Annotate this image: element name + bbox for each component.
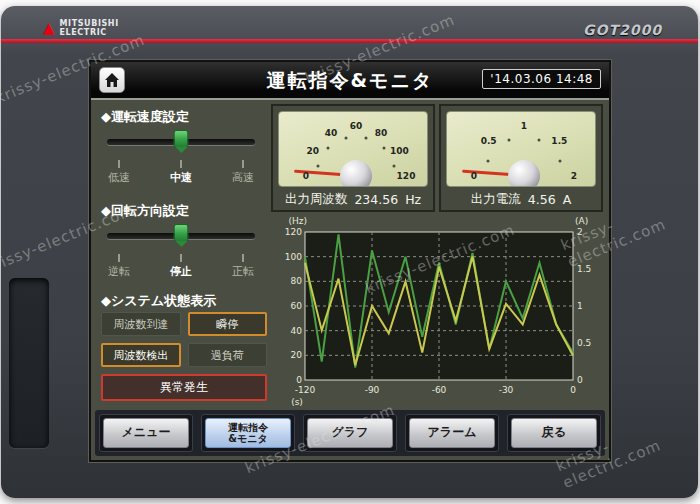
indicator-frequency-detect: 周波数検出 [101, 343, 181, 367]
svg-text:-60: -60 [432, 385, 447, 395]
meter-pivot [508, 160, 540, 187]
output-frequency-meter: 020406080100120 出力周波数 234.56 Hz [271, 104, 435, 212]
tick-mark [118, 160, 120, 168]
direction-option-reverse[interactable]: 逆転 [99, 254, 139, 279]
tick-mark [242, 160, 244, 168]
meter-caption: 出力電流 4.56 A [441, 189, 601, 209]
tick-mark [180, 160, 182, 168]
meter-scale-label: 80 [375, 128, 388, 138]
meter-tick [317, 164, 320, 167]
mitsubishi-logo: ▲ MITSUBISHI ELECTRIC [43, 19, 119, 37]
svg-text:0: 0 [570, 385, 576, 395]
meter-panel: 020406080100120 出力周波数 234.56 Hz 00.511.5… [271, 104, 603, 212]
nav-slot: 運転指令 &モニタ [201, 414, 295, 452]
svg-text:-30: -30 [499, 385, 514, 395]
svg-text:0.5: 0.5 [577, 338, 591, 348]
direction-section-heading: ◆回転方向設定 [101, 202, 189, 220]
maker-name-line2: ELECTRIC [60, 28, 119, 37]
tick-mark [180, 254, 182, 262]
meter-tick [382, 147, 385, 150]
bezel-red-stripe [1, 39, 698, 43]
speed-section-heading: ◆運転速度設定 [101, 108, 189, 126]
meter-value: 234.56 [354, 192, 398, 207]
meter-scale-label: 0 [471, 171, 477, 181]
meter-scale-label: 120 [397, 171, 416, 181]
output-current-meter: 00.511.52 出力電流 4.56 A [439, 104, 603, 212]
meter-tick [365, 137, 368, 140]
svg-text:(A): (A) [575, 216, 588, 226]
meter-scale-label: 100 [390, 146, 409, 156]
svg-text:-90: -90 [365, 385, 380, 395]
meter-scale-label: 2 [571, 171, 577, 181]
meter-value: 4.56 [528, 192, 556, 207]
meter-unit: Hz [405, 192, 421, 207]
nav-slot: 戻る [507, 414, 601, 452]
meter-unit: A [563, 192, 572, 207]
svg-text:0: 0 [296, 375, 302, 385]
direction-option-forward[interactable]: 正転 [223, 254, 263, 279]
speed-option-low[interactable]: 低速 [99, 160, 139, 185]
maker-name-line1: MITSUBISHI [60, 19, 119, 28]
menu-button[interactable]: メニュー [103, 418, 189, 448]
meter-label: 出力電流 [471, 191, 521, 208]
speed-option-high[interactable]: 高速 [223, 160, 263, 185]
speed-options: 低速 中速 高速 [99, 160, 263, 185]
meter-face: 020406080100120 [278, 111, 428, 187]
alarm-button[interactable]: アラーム [409, 418, 495, 448]
meter-label: 出力周波数 [285, 191, 348, 208]
svg-text:120: 120 [285, 227, 302, 237]
meter-face: 00.511.52 [446, 111, 596, 187]
svg-text:(Hz): (Hz) [288, 216, 307, 226]
svg-text:40: 40 [291, 326, 303, 336]
nav-slot: メニュー [99, 414, 193, 452]
meter-tick [392, 164, 395, 167]
meter-scale-label: 0 [303, 171, 309, 181]
indicator-overload: 過負荷 [188, 343, 268, 367]
meter-tick [327, 147, 330, 150]
status-section-heading: ◆システム状態表示 [101, 292, 216, 310]
meter-scale-label: 0.5 [481, 136, 497, 146]
operation-monitor-button[interactable]: 運転指令 &モニタ [205, 418, 291, 448]
svg-text:(s): (s) [291, 397, 303, 407]
meter-tick [508, 138, 511, 141]
titlebar-divider [91, 98, 609, 100]
meter-tick [486, 160, 489, 163]
hmi-device-bezel: ▲ MITSUBISHI ELECTRIC GOT2000 運転指令&モニタ '… [1, 6, 698, 498]
direction-options: 逆転 停止 正転 [99, 254, 263, 279]
status-indicator-grid: 周波数到達 瞬停 周波数検出 過負荷 異常発生 [101, 312, 267, 401]
direction-option-stop[interactable]: 停止 [161, 254, 201, 279]
svg-text:0: 0 [577, 375, 583, 385]
svg-text:1.5: 1.5 [577, 264, 591, 274]
meter-tick [537, 138, 540, 141]
svg-text:2: 2 [577, 227, 583, 237]
nav-slot: グラフ [303, 414, 397, 452]
tick-mark [242, 254, 244, 262]
speed-slider [107, 130, 255, 154]
nav-slot: アラーム [405, 414, 499, 452]
trend-chart-svg: -120-90-60-30002040608010012000.511.52(H… [271, 214, 603, 408]
indicator-frequency-reached: 周波数到達 [101, 312, 181, 336]
speed-option-mid[interactable]: 中速 [161, 160, 201, 185]
graph-button[interactable]: グラフ [307, 418, 393, 448]
svg-text:80: 80 [291, 276, 303, 286]
svg-text:1: 1 [577, 301, 583, 311]
meter-caption: 出力周波数 234.56 Hz [273, 189, 433, 209]
speed-slider-handle[interactable] [174, 130, 189, 148]
back-button[interactable]: 戻る [511, 418, 597, 448]
meter-scale-label: 1 [521, 121, 527, 131]
nav-button-row: メニュー 運転指令 &モニタ グラフ アラーム 戻る [95, 410, 605, 456]
direction-slider [107, 224, 255, 248]
lcd-screen: 運転指令&モニタ '14.03.06 14:48 ◆運転速度設定 低速 中速 高… [91, 62, 609, 460]
trend-chart: -120-90-60-30002040608010012000.511.52(H… [271, 214, 603, 408]
meter-pivot [340, 160, 372, 187]
meter-scale-label: 60 [350, 121, 363, 131]
meter-scale-label: 1.5 [551, 136, 567, 146]
bezel-slot-cover [9, 278, 49, 448]
meter-scale-label: 20 [306, 146, 319, 156]
svg-text:20: 20 [291, 350, 303, 360]
meter-tick [344, 137, 347, 140]
direction-slider-handle[interactable] [174, 224, 189, 242]
svg-text:-120: -120 [295, 385, 316, 395]
indicator-momentary-stop: 瞬停 [188, 312, 268, 336]
meter-tick [559, 160, 562, 163]
